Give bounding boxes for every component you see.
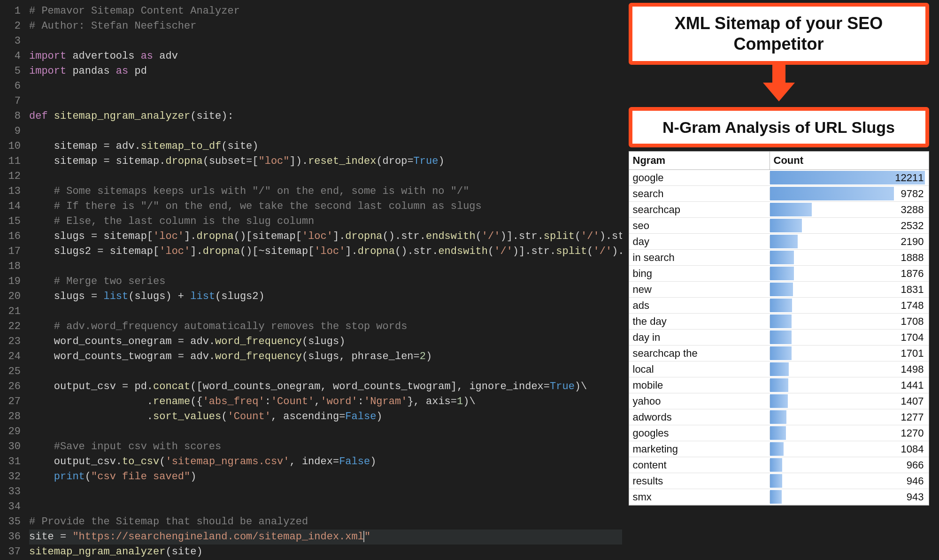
cell-ngram: ads — [629, 299, 770, 312]
cell-ngram: yahoo — [629, 395, 770, 407]
line-number: 5 — [0, 64, 21, 79]
line-number: 30 — [0, 439, 21, 454]
code-line[interactable]: # Merge two series — [29, 274, 622, 289]
code-line[interactable]: # Pemavor Sitemap Content Analyzer — [29, 4, 622, 19]
cell-count: 946 — [770, 473, 929, 489]
cell-count: 1708 — [770, 314, 929, 329]
code-line[interactable]: word_counts_twogram = adv.word_frequency… — [29, 349, 622, 364]
code-line[interactable]: site = "https://searchengineland.com/sit… — [29, 529, 622, 545]
code-line[interactable] — [29, 424, 622, 439]
ngram-table: Ngram Count google12211search9782searchc… — [629, 151, 929, 506]
code-line[interactable]: import advertools as adv — [29, 49, 622, 64]
code-line[interactable]: print("csv file saved") — [29, 469, 622, 484]
col-header-count: Count — [770, 152, 929, 169]
code-line[interactable] — [29, 79, 622, 94]
code-line[interactable]: slugs = list(slugs) + list(slugs2) — [29, 289, 622, 304]
line-number: 35 — [0, 514, 21, 529]
code-line[interactable]: # Else, the last column is the slug colu… — [29, 214, 622, 229]
count-value: 943 — [907, 491, 929, 503]
count-value: 1876 — [901, 268, 929, 280]
code-line[interactable]: output_csv = pd.concat([word_counts_oneg… — [29, 379, 622, 394]
count-value: 1407 — [901, 395, 929, 407]
bar-icon — [770, 346, 792, 360]
table-row: day in1704 — [629, 330, 929, 345]
count-value: 1441 — [901, 379, 929, 391]
code-area[interactable]: # Pemavor Sitemap Content Analyzer# Auth… — [27, 0, 622, 560]
code-line[interactable]: # Author: Stefan Neefischer — [29, 19, 622, 34]
code-line[interactable] — [29, 304, 622, 319]
cell-count: 1704 — [770, 330, 929, 345]
table-row: adwords1277 — [629, 409, 929, 425]
code-line[interactable]: #Save input csv with scores — [29, 439, 622, 454]
cell-count: 3288 — [770, 202, 929, 217]
cell-ngram: search — [629, 188, 770, 200]
cell-ngram: seo — [629, 220, 770, 232]
cell-ngram: new — [629, 284, 770, 296]
code-line[interactable]: # Provide the Sitemap that should be ana… — [29, 514, 622, 529]
code-line[interactable]: import pandas as pd — [29, 64, 622, 79]
code-line[interactable]: .sort_values('Count', ascending=False) — [29, 409, 622, 424]
count-value: 1498 — [901, 363, 929, 376]
code-line[interactable] — [29, 484, 622, 499]
code-line[interactable] — [29, 499, 622, 514]
code-line[interactable]: slugs = sitemap['loc'].dropna()[sitemap[… — [29, 229, 622, 244]
table-row: content966 — [629, 457, 929, 473]
cell-count: 2532 — [770, 218, 929, 233]
code-line[interactable]: word_counts_onegram = adv.word_frequency… — [29, 334, 622, 349]
code-line[interactable]: slugs2 = sitemap['loc'].dropna()[~sitema… — [29, 244, 622, 259]
code-line[interactable] — [29, 169, 622, 184]
code-editor[interactable]: 1234567891011121314151617181920212223242… — [0, 0, 622, 560]
table-row: googles1270 — [629, 425, 929, 441]
code-line[interactable]: sitemap_ngram_analyzer(site) — [29, 545, 622, 560]
line-number: 29 — [0, 424, 21, 439]
line-number: 27 — [0, 394, 21, 409]
bar-icon — [770, 378, 788, 392]
code-line[interactable]: # adv.word_frequency automatically remov… — [29, 319, 622, 334]
count-value: 1270 — [901, 427, 929, 439]
code-line[interactable]: # If there is "/" on the end, we take th… — [29, 199, 622, 214]
bar-icon — [770, 410, 786, 424]
table-row: marketing1084 — [629, 441, 929, 457]
line-number: 32 — [0, 469, 21, 484]
count-value: 946 — [907, 475, 929, 487]
code-line[interactable]: # Some sitemaps keeps urls with "/" on t… — [29, 184, 622, 199]
line-number: 12 — [0, 169, 21, 184]
diagram-panel: XML Sitemap of your SEO Competitor N-Gra… — [622, 0, 939, 560]
cell-count: 12211 — [770, 170, 929, 185]
cell-count: 1277 — [770, 409, 929, 425]
table-row: searchcap the1701 — [629, 345, 929, 361]
code-line[interactable] — [29, 364, 622, 379]
code-line[interactable] — [29, 259, 622, 274]
line-number: 1 — [0, 4, 21, 19]
bar-icon — [770, 458, 782, 472]
code-line[interactable] — [29, 94, 622, 109]
bar-icon — [770, 219, 802, 232]
code-line[interactable]: .rename({'abs_freq':'Count','word':'Ngra… — [29, 394, 622, 409]
code-line[interactable]: sitemap = sitemap.dropna(subset=["loc"])… — [29, 154, 622, 169]
code-line[interactable]: def sitemap_ngram_analyzer(site): — [29, 109, 622, 124]
table-header: Ngram Count — [629, 152, 929, 170]
code-line[interactable] — [29, 34, 622, 49]
cell-ngram: in search — [629, 252, 770, 264]
bar-icon — [770, 315, 792, 328]
cell-count: 943 — [770, 489, 929, 505]
code-line[interactable]: output_csv.to_csv('sitemap_ngrams.csv', … — [29, 454, 622, 469]
line-number: 22 — [0, 319, 21, 334]
code-line[interactable] — [29, 124, 622, 139]
line-number: 7 — [0, 94, 21, 109]
bar-icon — [770, 394, 788, 408]
table-row: seo2532 — [629, 218, 929, 234]
line-number: 2 — [0, 19, 21, 34]
bar-icon — [770, 330, 792, 344]
count-value: 12211 — [895, 172, 928, 184]
table-row: google12211 — [629, 170, 929, 186]
cell-count: 1441 — [770, 377, 929, 393]
cell-ngram: day — [629, 236, 770, 248]
cell-count: 1498 — [770, 361, 929, 377]
line-number: 14 — [0, 199, 21, 214]
line-number: 33 — [0, 484, 21, 499]
code-line[interactable]: sitemap = adv.sitemap_to_df(site) — [29, 139, 622, 154]
line-number: 3 — [0, 34, 21, 49]
callout-sitemap-line1: XML Sitemap of your SEO — [675, 14, 883, 33]
cell-ngram: searchcap the — [629, 347, 770, 360]
